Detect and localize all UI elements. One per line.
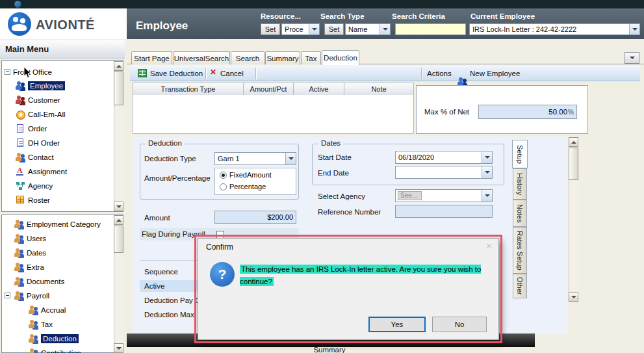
max-net-label: Max % of Net (424, 108, 469, 116)
resource-select[interactable]: Proce (281, 23, 320, 35)
actions-button[interactable]: Actions (427, 70, 452, 77)
side-tab-notes[interactable]: Notes (513, 200, 527, 227)
toolbar (130, 66, 640, 81)
dropdown-arrow-icon[interactable] (482, 151, 492, 163)
tree-item-agency[interactable]: Agency (16, 180, 53, 191)
new-employee-button[interactable]: New Employee (470, 70, 520, 77)
tab-start-page[interactable]: Start Page (131, 51, 172, 64)
tree-item-tax[interactable]: Tax (29, 319, 53, 330)
tab-list-dropdown-button[interactable] (625, 52, 639, 64)
side-tab-other[interactable]: Other (513, 274, 527, 298)
tree-item-dates[interactable]: Dates (14, 247, 46, 258)
tree-item-order[interactable]: Order (16, 123, 47, 134)
tab-summary[interactable]: Summary (265, 51, 300, 64)
start-date-label: Start Date (318, 153, 352, 161)
tree-item-roster[interactable]: Roster (16, 194, 50, 205)
tree-item-customer[interactable]: Customer (16, 94, 60, 105)
scroll-up-button[interactable] (569, 137, 578, 147)
question-icon: ? (210, 262, 235, 287)
tree-item-payroll[interactable]: Payroll (14, 290, 49, 301)
tab-universalsearch[interactable]: UniversalSearch (173, 51, 230, 64)
tree-item-dh-order[interactable]: DH Order (16, 137, 60, 148)
tree-item-employment-category[interactable]: Employment Category (14, 218, 101, 229)
tree-item-contact[interactable]: Contact (16, 151, 54, 163)
side-tab-rates-setup[interactable]: Rates Setup (513, 227, 527, 274)
tree-item-front-office[interactable]: Front Office (13, 66, 52, 77)
dropdown-arrow-icon[interactable] (380, 24, 390, 34)
scroll-down-button[interactable] (114, 202, 123, 211)
group-icon (29, 306, 39, 315)
deduction-max-label: Deduction Max (144, 311, 194, 319)
group-icon (29, 348, 39, 353)
yes-button[interactable]: Yes (368, 317, 426, 332)
roster-grid-icon (16, 196, 24, 203)
tab-tax[interactable]: Tax (301, 51, 321, 64)
group-icon (14, 248, 25, 257)
resource-set-button[interactable]: Set (261, 23, 280, 35)
fixed-amount-radio[interactable]: FixedAmount (220, 171, 272, 179)
max-net-suffix: % (568, 109, 574, 116)
current-employee-select[interactable]: IRS Lock-In Letter : 242-42-2222 (469, 23, 640, 35)
tree-item-deduction[interactable]: Deduction (29, 333, 79, 344)
tree-item-contribution[interactable]: Contribution (29, 347, 81, 353)
scrollbar-thumb[interactable] (114, 226, 123, 253)
tree-item-employee[interactable]: Employee (16, 80, 65, 91)
grid-header-amount-pct[interactable]: Amount/Pct (243, 83, 294, 96)
search-type-set-button[interactable]: Set (324, 23, 344, 35)
reference-number-field[interactable] (395, 205, 493, 218)
mouse-cursor (23, 66, 32, 79)
percentage-radio[interactable]: Percentage (220, 183, 266, 190)
assignment-icon (16, 167, 26, 176)
select-agency-select[interactable]: See... (395, 189, 493, 202)
tree-item-users[interactable]: Users (14, 233, 46, 244)
tree-collapse-icon[interactable] (5, 293, 10, 298)
dropdown-arrow-icon[interactable] (629, 24, 639, 34)
dates-group-caption: Dates (318, 139, 343, 147)
no-button[interactable]: No (432, 317, 487, 332)
cancel-button[interactable]: Cancel (220, 70, 244, 77)
dropdown-arrow-icon[interactable] (482, 190, 492, 202)
scroll-down-button[interactable] (569, 292, 578, 302)
tree-item-accrual[interactable]: Accrual (29, 304, 66, 315)
tree-item-extra[interactable]: Extra (14, 261, 44, 272)
contact-people-icon (16, 153, 26, 162)
grid-header-active[interactable]: Active (293, 83, 344, 96)
search-type-select[interactable]: Name (345, 23, 391, 35)
tab-deduction[interactable]: Deduction (322, 50, 359, 65)
search-criteria-column-label: Search Criteria (392, 12, 445, 20)
side-tab-setup[interactable]: Setup (512, 140, 528, 168)
grid-header-note[interactable]: Note (344, 83, 414, 96)
tree-item-documents[interactable]: Documents (14, 276, 64, 287)
max-net-field[interactable]: 50.00 % (478, 105, 577, 119)
close-icon[interactable]: ✕ (485, 241, 493, 251)
toolbar-separator (421, 68, 422, 79)
search-criteria-input[interactable] (395, 23, 466, 35)
deduction-pay-label: Deduction Pay C (144, 296, 200, 304)
save-icon (138, 69, 147, 77)
end-date-picker[interactable] (395, 166, 493, 179)
call-em-all-icon (16, 111, 25, 120)
agency-orgchart-icon (16, 181, 26, 190)
dropdown-arrow-icon[interactable] (285, 153, 296, 164)
tree-collapse-icon[interactable] (5, 69, 10, 75)
deduction-type-select[interactable]: Garn 1 (214, 152, 296, 165)
dates-groupbox (312, 144, 504, 185)
amount-field[interactable]: $200.00 (214, 211, 296, 224)
tree-item-assignment[interactable]: Assignment (16, 166, 67, 177)
start-date-picker[interactable]: 06/18/2020 (395, 151, 493, 164)
scrollbar-thumb[interactable] (114, 72, 123, 105)
scroll-down-button[interactable] (114, 343, 123, 353)
save-deduction-button[interactable]: Save Deduction (150, 70, 203, 77)
dialog-message: This employee has an IRS Lock-In letter … (240, 263, 497, 287)
side-tab-history[interactable]: History (513, 168, 527, 200)
tab-search[interactable]: Search (231, 51, 264, 64)
tree-item-call-em-all[interactable]: Call-Em-All (16, 109, 66, 120)
scroll-up-button[interactable] (114, 215, 123, 225)
scrollbar-thumb[interactable] (569, 148, 578, 180)
page-title: Employee (136, 20, 188, 33)
dropdown-arrow-icon[interactable] (309, 24, 319, 34)
dialog-title: Confirm (206, 242, 233, 252)
grid-header-transaction-type[interactable]: Transaction Type (133, 83, 244, 96)
dropdown-arrow-icon[interactable] (482, 166, 492, 178)
scroll-up-button[interactable] (114, 61, 123, 71)
